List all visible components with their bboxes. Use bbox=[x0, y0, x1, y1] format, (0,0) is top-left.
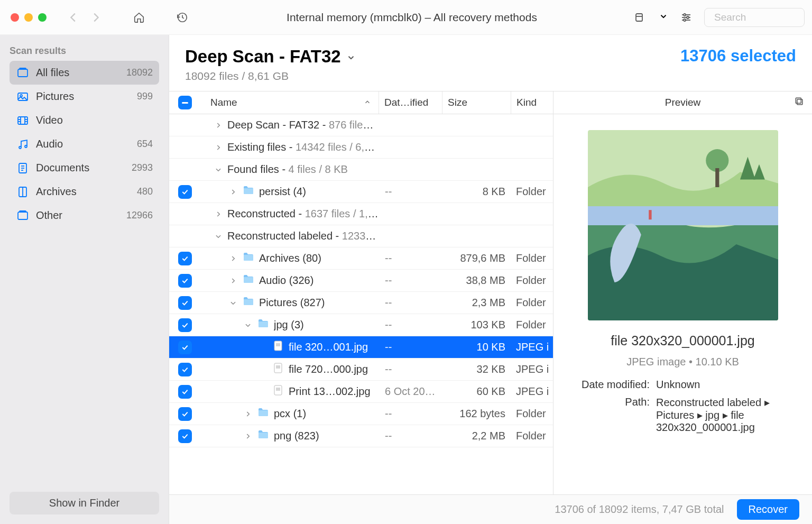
row-date: -- bbox=[379, 297, 442, 309]
show-in-finder-button[interactable]: Show in Finder bbox=[10, 492, 159, 514]
row-date: -- bbox=[379, 274, 442, 287]
sidebar-item-count: 999 bbox=[137, 91, 153, 102]
file-row[interactable]: file 720…000.jpg -- 32 KB JPEG i bbox=[169, 358, 553, 381]
sidebar-item-label: Video bbox=[36, 114, 63, 126]
svg-rect-35 bbox=[276, 365, 280, 369]
row-date: 6 Oct 20… bbox=[379, 385, 442, 398]
folder-icon bbox=[257, 428, 270, 444]
folder-row[interactable]: jpg (3) -- 103 KB Folder bbox=[169, 314, 553, 336]
chevron-down-icon[interactable] bbox=[659, 12, 668, 23]
disclosure-right-icon[interactable] bbox=[243, 409, 253, 419]
group-row[interactable]: Found files - 4 files / 8 KB bbox=[169, 159, 553, 181]
search-box[interactable] bbox=[704, 8, 805, 27]
group-row[interactable]: Reconstructed - 1637 files / 1,14 GB bbox=[169, 203, 553, 225]
sidebar-item-archives[interactable]: Archives480 bbox=[10, 180, 159, 204]
file-row[interactable]: Print 13…002.jpg 6 Oct 20… 60 KB JPEG i bbox=[169, 381, 553, 403]
sidebar-item-pictures[interactable]: Pictures999 bbox=[10, 85, 159, 108]
main-subtitle: 18092 files / 8,61 GB bbox=[185, 70, 680, 82]
folder-row[interactable]: png (823) -- 2,2 MB Folder bbox=[169, 425, 553, 447]
maximize-window[interactable] bbox=[38, 13, 47, 22]
disclosure-right-icon[interactable] bbox=[214, 121, 223, 130]
folder-row[interactable]: persist (4) -- 8 KB Folder bbox=[169, 181, 553, 203]
close-window[interactable] bbox=[11, 13, 19, 22]
row-checkbox[interactable] bbox=[178, 385, 192, 399]
row-checkbox[interactable] bbox=[178, 429, 192, 443]
row-checkbox[interactable] bbox=[178, 407, 192, 421]
folder-row[interactable]: pcx (1) -- 162 bytes Folder bbox=[169, 403, 553, 425]
file-tree[interactable]: Deep Scan - FAT32 - 876 files / 203,2 MB… bbox=[169, 114, 553, 494]
folder-row[interactable]: Pictures (827) -- 2,3 MB Folder bbox=[169, 292, 553, 314]
folder-icon bbox=[242, 184, 255, 199]
row-checkbox[interactable] bbox=[178, 274, 192, 288]
svg-point-6 bbox=[684, 14, 686, 16]
preview-date-value: Unknown bbox=[656, 379, 795, 391]
view-options[interactable] bbox=[630, 7, 651, 28]
filters-icon[interactable] bbox=[676, 7, 697, 28]
file-row[interactable]: file 320…001.jpg -- 10 KB JPEG i bbox=[169, 336, 553, 358]
group-row[interactable]: Existing files - 14342 files / 6,34 GB bbox=[169, 136, 553, 159]
recover-button[interactable]: Recover bbox=[737, 499, 799, 520]
svg-rect-46 bbox=[649, 210, 651, 219]
disclosure-right-icon[interactable] bbox=[228, 276, 238, 286]
row-date: -- bbox=[379, 186, 442, 198]
film-icon bbox=[16, 114, 30, 127]
disclosure-right-icon[interactable] bbox=[228, 187, 238, 197]
home-button[interactable] bbox=[128, 7, 150, 28]
col-date[interactable]: Dat…ified bbox=[379, 91, 442, 114]
main-title[interactable]: Deep Scan - FAT32 bbox=[185, 47, 680, 67]
svg-rect-11 bbox=[18, 69, 27, 77]
select-all-checkbox[interactable] bbox=[178, 96, 192, 109]
folder-row[interactable]: Archives (80) -- 879,6 MB Folder bbox=[169, 247, 553, 270]
disclosure-right-icon[interactable] bbox=[214, 209, 223, 219]
disclosure-right-icon[interactable] bbox=[243, 431, 253, 441]
sidebar: Scan results All files18092Pictures999Vi… bbox=[0, 35, 169, 524]
sidebar-item-label: All files bbox=[36, 67, 69, 79]
col-kind[interactable]: Kind bbox=[511, 91, 553, 114]
row-checkbox[interactable] bbox=[178, 341, 192, 354]
sidebar-item-all-files[interactable]: All files18092 bbox=[10, 61, 159, 85]
row-size: 2,3 MB bbox=[442, 297, 511, 309]
preview-panel: Preview bbox=[553, 91, 812, 494]
svg-rect-41 bbox=[588, 206, 778, 225]
disclosure-down-icon[interactable] bbox=[228, 298, 238, 308]
disclosure-down-icon[interactable] bbox=[214, 165, 223, 174]
folder-icon bbox=[242, 273, 255, 288]
row-name: Archives (80) bbox=[259, 252, 321, 264]
col-name[interactable]: Name bbox=[201, 91, 379, 114]
row-size: 8 KB bbox=[442, 186, 511, 198]
nav-forward[interactable] bbox=[85, 7, 107, 28]
sidebar-item-documents[interactable]: Documents2993 bbox=[10, 156, 159, 180]
disclosure-right-icon[interactable] bbox=[214, 143, 223, 152]
group-row[interactable]: Reconstructed labeled - 1233 files / 920… bbox=[169, 225, 553, 247]
image-icon bbox=[16, 90, 30, 104]
sidebar-item-audio[interactable]: Audio654 bbox=[10, 132, 159, 156]
group-row[interactable]: Deep Scan - FAT32 - 876 files / 203,2 MB bbox=[169, 114, 553, 136]
sidebar-item-label: Documents bbox=[36, 162, 89, 174]
row-checkbox[interactable] bbox=[178, 363, 192, 376]
disclosure-down-icon[interactable] bbox=[243, 320, 253, 330]
nav-back[interactable] bbox=[62, 7, 85, 28]
sort-asc-icon bbox=[361, 97, 371, 108]
disclosure-right-icon[interactable] bbox=[228, 254, 238, 263]
sidebar-item-other[interactable]: Other12966 bbox=[10, 204, 159, 227]
sidebar-item-video[interactable]: Video bbox=[10, 108, 159, 132]
archive-icon bbox=[16, 185, 30, 199]
popout-icon[interactable] bbox=[794, 96, 805, 109]
row-checkbox[interactable] bbox=[178, 252, 192, 265]
minimize-window[interactable] bbox=[24, 13, 33, 22]
disclosure-down-icon[interactable] bbox=[214, 232, 223, 241]
stack-icon bbox=[16, 66, 30, 80]
sidebar-section-label: Scan results bbox=[0, 35, 169, 61]
row-checkbox[interactable] bbox=[178, 318, 192, 332]
toolbar: Internal memory (mmcblk0) – All recovery… bbox=[0, 0, 812, 35]
row-checkbox[interactable] bbox=[178, 296, 192, 310]
row-name: Deep Scan - FAT32 - 876 files / 203,2 MB bbox=[227, 119, 379, 131]
col-size[interactable]: Size bbox=[442, 91, 511, 114]
row-kind: Folder bbox=[511, 430, 553, 442]
search-input[interactable] bbox=[714, 12, 812, 23]
folder-row[interactable]: Audio (326) -- 38,8 MB Folder bbox=[169, 270, 553, 292]
svg-point-23 bbox=[25, 145, 27, 148]
history-icon[interactable] bbox=[171, 7, 193, 28]
row-checkbox[interactable] bbox=[178, 185, 192, 199]
music-icon bbox=[16, 137, 30, 151]
